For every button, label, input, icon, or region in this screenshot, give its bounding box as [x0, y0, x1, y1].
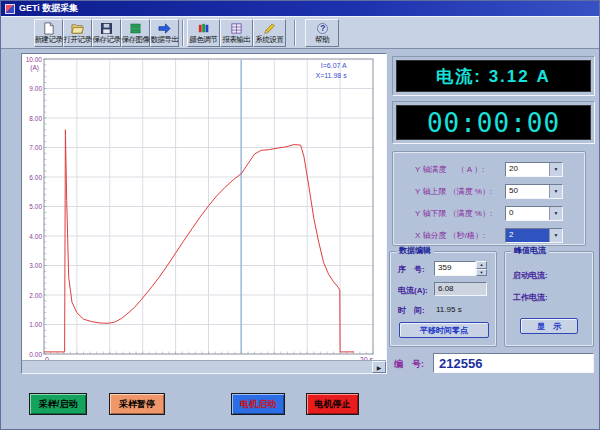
y-lower-limit-select[interactable]: 0 ▼ [505, 206, 563, 221]
color-adjust-label: 颜色调节 [190, 36, 218, 44]
svg-text:X=11.98 s: X=11.98 s [315, 72, 347, 79]
save-image-button[interactable]: 保存图像 [121, 19, 150, 47]
show-peak-button[interactable]: 显 示 [520, 318, 578, 334]
serial-number-field[interactable]: 212556 [433, 353, 594, 373]
toolbar: 新建记录 打开记录 保存记录 保存图像 数据导出 [1, 16, 600, 49]
app-window: GETi 数据采集 新建记录 打开记录 保存记录 保存图像 [0, 0, 600, 430]
motor-stop-button[interactable]: 电机停止 [306, 393, 359, 415]
svg-text:0.00: 0.00 [29, 351, 42, 358]
open-record-icon [71, 22, 84, 35]
save-record-button[interactable]: 保存记录 [92, 19, 121, 47]
chart-horizontal-scrollbar[interactable]: ▶ [22, 360, 386, 373]
svg-text:I=6.07 A: I=6.07 A [321, 62, 347, 69]
svg-text:(A): (A) [30, 64, 39, 72]
title-bar: GETi 数据采集 [1, 1, 600, 16]
help-button[interactable]: ? 帮助 [305, 19, 339, 47]
axis-settings-group: Y 轴满度 （ A ）: 20 ▼ Y 轴上限 （满度 %）: 50 ▼ Y 轴… [392, 151, 586, 246]
svg-text:3.00: 3.00 [29, 262, 42, 269]
x-division-label: X 轴分度 （秒/格）: [415, 230, 485, 241]
scrollbar-track[interactable] [22, 361, 372, 373]
start-current-label: 启动电流: [513, 270, 548, 281]
timer-display-frame: 00:00:00 [392, 101, 595, 144]
report-output-label: 报表输出 [223, 36, 251, 44]
y-upper-limit-label: Y 轴上限 （满度 %）: [415, 186, 492, 197]
data-edit-group: 数据编辑 序 号: 359 ▲ ▼ 电流(A): 6.08 时 间: 11.95… [389, 251, 497, 347]
report-output-icon [230, 22, 243, 35]
system-settings-button[interactable]: 系统设置 [253, 19, 286, 47]
sequence-value[interactable]: 359 [434, 261, 476, 276]
help-icon: ? [316, 22, 329, 35]
svg-text:1.00: 1.00 [29, 321, 42, 328]
timer-display: 00:00:00 [396, 105, 591, 140]
svg-text:?: ? [320, 24, 325, 34]
sample-pause-button[interactable]: 采样暂停 [109, 393, 165, 415]
y-full-scale-select[interactable]: 20 ▼ [505, 162, 563, 177]
system-settings-label: 系统设置 [256, 36, 284, 44]
toolbar-separator [294, 20, 296, 46]
help-label: 帮助 [315, 36, 329, 44]
app-icon [5, 4, 15, 14]
save-image-label: 保存图像 [122, 36, 150, 44]
current-a-field[interactable]: 6.08 [434, 282, 487, 296]
open-record-label: 打开记录 [64, 36, 92, 44]
chevron-down-icon[interactable]: ▼ [549, 163, 562, 176]
save-record-icon [100, 22, 113, 35]
spin-down-icon[interactable]: ▼ [476, 269, 487, 277]
time-label: 时 间: [398, 305, 425, 316]
sample-start-button[interactable]: 采样/启动 [29, 393, 87, 415]
svg-text:4.00: 4.00 [29, 233, 42, 240]
svg-text:6.00: 6.00 [29, 174, 42, 181]
open-record-button[interactable]: 打开记录 [63, 19, 92, 47]
export-data-label: 数据导出 [151, 36, 179, 44]
system-settings-icon [263, 22, 276, 35]
svg-text:8.00: 8.00 [29, 115, 42, 122]
new-record-label: 新建记录 [35, 36, 63, 44]
svg-text:7.00: 7.00 [29, 144, 42, 151]
report-output-button[interactable]: 报表输出 [220, 19, 253, 47]
new-record-icon [42, 22, 55, 35]
chevron-down-icon[interactable]: ▼ [549, 185, 562, 198]
current-a-label: 电流(A): [398, 285, 428, 296]
new-record-button[interactable]: 新建记录 [34, 19, 63, 47]
spin-up-icon[interactable]: ▲ [476, 261, 487, 269]
chevron-down-icon[interactable]: ▼ [549, 229, 562, 242]
sequence-stepper[interactable]: 359 ▲ ▼ [434, 261, 487, 276]
svg-text:10.00: 10.00 [26, 56, 43, 63]
y-lower-limit-label: Y 轴下限 （满度 %）: [415, 208, 492, 219]
time-value: 11.95 s [436, 305, 462, 314]
color-adjust-icon [197, 22, 210, 35]
current-display-frame: 电流: 3.12 A [392, 56, 595, 96]
y-upper-limit-select[interactable]: 50 ▼ [505, 184, 563, 199]
data-edit-title: 数据编辑 [396, 246, 434, 256]
color-adjust-button[interactable]: 颜色调节 [187, 19, 220, 47]
save-image-icon [129, 22, 142, 35]
export-data-icon [158, 22, 171, 35]
y-full-scale-label: Y 轴满度 （ A ）: [415, 164, 484, 175]
svg-text:5.00: 5.00 [29, 203, 42, 210]
sequence-label: 序 号: [398, 264, 425, 275]
x-division-select[interactable]: 2 ▼ [505, 228, 563, 243]
serial-number-label: 编 号: [394, 358, 424, 371]
shift-time-zero-button[interactable]: 平移时间零点 [399, 322, 489, 338]
work-current-label: 工作电流: [513, 292, 548, 303]
current-vs-time-chart[interactable]: 0.001.002.003.004.005.006.007.008.009.00… [22, 54, 386, 360]
svg-text:9.00: 9.00 [29, 85, 42, 92]
save-record-label: 保存记录 [93, 36, 121, 44]
chart-panel: 0.001.002.003.004.005.006.007.008.009.00… [21, 53, 387, 374]
motor-start-button[interactable]: 电机启动 [231, 393, 285, 415]
peak-current-group: 峰值电流 启动电流: 工作电流: 显 示 [504, 251, 594, 347]
svg-text:2.00: 2.00 [29, 292, 42, 299]
peak-current-title: 峰值电流 [511, 246, 549, 256]
export-data-button[interactable]: 数据导出 [150, 19, 179, 47]
chevron-down-icon[interactable]: ▼ [549, 207, 562, 220]
current-display: 电流: 3.12 A [396, 60, 591, 92]
toolbar-separator [182, 20, 184, 46]
scroll-right-arrow-icon[interactable]: ▶ [372, 361, 386, 373]
window-title: GETi 数据采集 [19, 2, 78, 15]
